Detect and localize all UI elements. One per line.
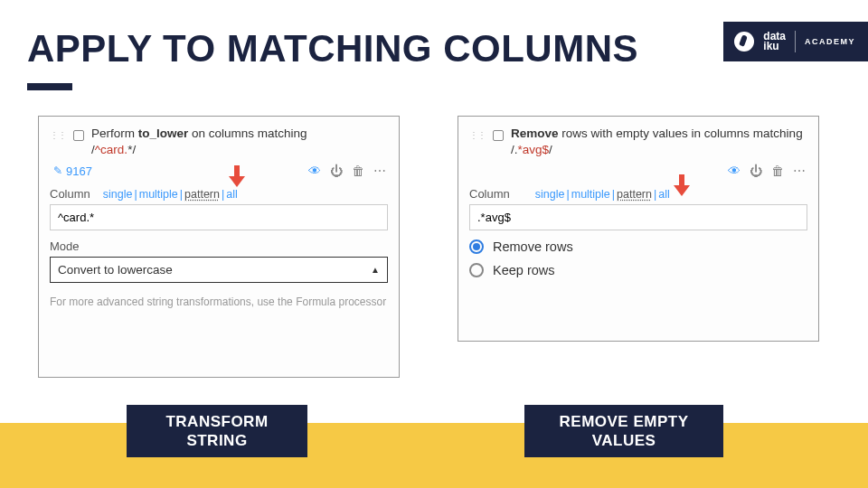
column-field-row: Column single|multiple|pattern|all: [50, 187, 388, 201]
step-description: Remove rows with empty values in columns…: [511, 126, 807, 158]
more-icon[interactable]: ⋯: [373, 164, 386, 178]
brand-badge: data iku ACADEMY: [723, 22, 868, 61]
caption-line2: VALUES: [546, 431, 702, 450]
desc-post: on columns matching: [188, 127, 307, 140]
mode-value: Convert to lowercase: [58, 263, 173, 277]
caption-transform-string: TRANSFORM STRING: [127, 405, 307, 458]
hint-text: For more advanced string transformations…: [50, 294, 388, 311]
sel-all[interactable]: all: [658, 188, 670, 201]
radio-remove-rows[interactable]: Remove rows: [469, 239, 807, 254]
step-checkbox[interactable]: [493, 130, 504, 141]
arrow-down-icon: [674, 174, 690, 198]
caption-line1: TRANSFORM: [148, 412, 286, 431]
sel-multiple[interactable]: multiple: [139, 188, 178, 201]
sel-all[interactable]: all: [226, 188, 238, 201]
sel-pattern[interactable]: pattern: [184, 188, 220, 201]
column-label: Column: [50, 187, 90, 201]
step-checkbox[interactable]: [73, 130, 84, 141]
transform-string-panel: ⋮⋮ Perform to_lower on columns matching …: [38, 116, 400, 378]
eye-icon[interactable]: 👁: [728, 164, 741, 178]
brand-line2: iku: [763, 42, 786, 52]
step-description: Perform to_lower on columns matching /^c…: [91, 126, 307, 158]
radio-keep-rows[interactable]: Keep rows: [469, 263, 807, 277]
caret-up-icon: ▲: [371, 265, 380, 275]
step-header: ⋮⋮ Remove rows with empty values in colu…: [469, 124, 807, 162]
drag-handle-icon[interactable]: ⋮⋮: [50, 126, 66, 140]
desc-bold: to_lower: [138, 127, 189, 140]
drag-handle-icon[interactable]: ⋮⋮: [469, 126, 486, 140]
column-field-row: Column single|multiple|pattern|all: [469, 187, 807, 201]
brand-text: data iku: [763, 32, 786, 52]
sel-single[interactable]: single: [535, 188, 565, 201]
column-pattern-input[interactable]: [469, 204, 807, 230]
title-underline: [27, 83, 72, 90]
slide-title: APPLY TO MATCHING COLUMNS: [27, 27, 638, 70]
radio-icon-checked: [469, 239, 484, 254]
desc-bold: Remove: [511, 127, 559, 140]
row-count[interactable]: ✎ 9167: [53, 164, 92, 178]
pencil-icon: ✎: [53, 164, 62, 177]
brand-academy: ACADEMY: [805, 37, 855, 46]
caption-line1: REMOVE EMPTY: [546, 412, 702, 431]
sel-single[interactable]: single: [103, 188, 133, 201]
mode-select[interactable]: Convert to lowercase ▲: [50, 257, 388, 283]
trash-icon[interactable]: 🗑: [771, 164, 784, 178]
column-label: Column: [469, 187, 510, 201]
toolbar-icons: 👁 ⏻ 🗑 ⋯: [728, 164, 806, 178]
sel-pattern[interactable]: pattern: [617, 188, 652, 201]
column-selector-links: single|multiple|pattern|all: [103, 188, 238, 201]
trash-icon[interactable]: 🗑: [352, 164, 364, 178]
radio-icon-unchecked: [469, 263, 484, 277]
step-header: ⋮⋮ Perform to_lower on columns matching …: [50, 124, 388, 162]
brand-separator: [795, 31, 796, 52]
power-icon[interactable]: ⏻: [330, 164, 343, 178]
more-icon[interactable]: ⋯: [793, 164, 806, 178]
caption-remove-empty: REMOVE EMPTY VALUES: [524, 405, 723, 458]
step-toolbar: ✎ 9167 👁 ⏻ 🗑 ⋯: [50, 162, 388, 183]
power-icon[interactable]: ⏻: [750, 164, 762, 178]
regex-display: /^card.*/: [91, 143, 136, 156]
radio-remove-label: Remove rows: [493, 239, 573, 254]
mode-label: Mode: [50, 239, 388, 253]
panel-row: ⋮⋮ Perform to_lower on columns matching …: [38, 116, 830, 378]
remove-empty-panel: ⋮⋮ Remove rows with empty values in colu…: [458, 116, 819, 342]
column-pattern-input[interactable]: [50, 204, 388, 230]
radio-keep-label: Keep rows: [493, 263, 555, 277]
desc-pre: Perform: [91, 127, 138, 140]
column-selector-links: single|multiple|pattern|all: [535, 188, 670, 201]
count-value: 9167: [66, 164, 92, 178]
step-toolbar: 👁 ⏻ 🗑 ⋯: [469, 162, 807, 183]
eye-icon[interactable]: 👁: [308, 164, 321, 178]
sel-multiple[interactable]: multiple: [571, 188, 610, 201]
arrow-down-icon: [229, 165, 245, 189]
toolbar-icons: 👁 ⏻ 🗑 ⋯: [308, 164, 386, 178]
caption-line2: STRING: [148, 431, 286, 450]
dataiku-logo-icon: [734, 32, 754, 52]
